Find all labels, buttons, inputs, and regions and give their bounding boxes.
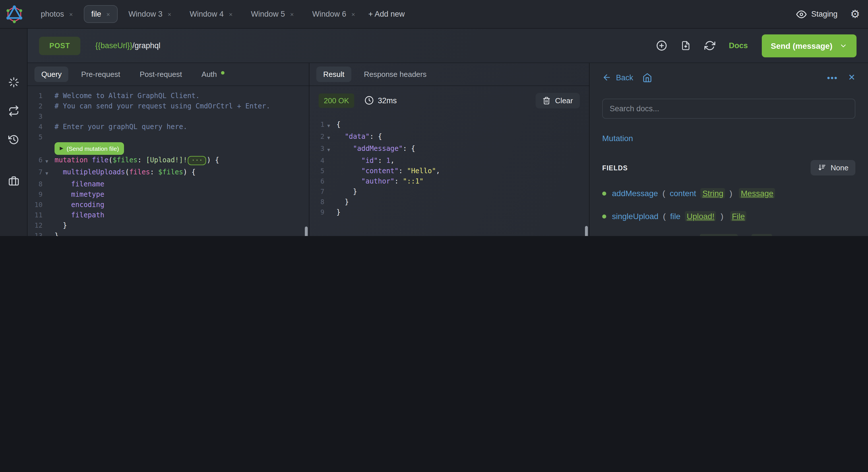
history-icon[interactable] <box>8 134 19 145</box>
code-line: 12 } <box>28 220 309 231</box>
field-bullet-icon <box>602 191 606 195</box>
arg-type-link[interactable]: String <box>701 188 725 198</box>
left-sidebar <box>0 29 28 236</box>
window-tab-window-4[interactable]: Window 4× <box>182 5 240 23</box>
window-tab-label: Window 6 <box>312 10 346 19</box>
query-vertical-scrollbar[interactable] <box>305 227 308 236</box>
fold-icon <box>324 176 333 187</box>
window-tab-window-3[interactable]: Window 3× <box>121 5 179 23</box>
refresh-icon[interactable] <box>704 40 715 51</box>
send-label: Send (message) <box>771 41 832 50</box>
add-plus-circle-icon[interactable] <box>656 40 667 51</box>
sort-fields-button[interactable]: None <box>811 160 856 175</box>
fold-icon[interactable]: ▼ <box>42 155 51 167</box>
code-line: 1▼{ <box>309 119 589 131</box>
clear-result-button[interactable]: Clear <box>536 93 580 108</box>
result-tab-result[interactable]: Result <box>316 67 351 82</box>
field-name-link[interactable]: addMessage <box>612 189 658 198</box>
fold-icon[interactable]: ▼ <box>42 167 51 179</box>
code-text: encoding <box>51 200 104 210</box>
query-tab-label: Query <box>41 70 62 78</box>
code-text: # You can send your request using CmdOrC… <box>51 101 270 111</box>
return-type-link[interactable]: File <box>730 211 747 222</box>
collections-briefcase-icon[interactable] <box>8 175 19 187</box>
docs-toggle-button[interactable]: Docs <box>729 41 748 50</box>
settings-gear-icon[interactable]: ⚙ <box>850 9 860 20</box>
result-json-viewer[interactable]: 1▼{2▼ "data": {3▼ "addMessage": {4 "id":… <box>309 115 589 236</box>
code-text: # Welcome to Altair GraphQL Client. <box>51 91 200 101</box>
fold-icon[interactable]: ▼ <box>324 119 333 131</box>
line-number: 10 <box>28 200 42 210</box>
window-tab-window-6[interactable]: Window 6× <box>305 5 363 23</box>
environment-selector[interactable]: Staging <box>796 9 838 19</box>
arg-type-link[interactable]: [Upload!]! <box>700 234 738 236</box>
close-tab-icon[interactable]: × <box>167 11 172 18</box>
docs-search-input[interactable] <box>602 99 856 119</box>
result-vertical-scrollbar[interactable] <box>585 226 588 236</box>
result-tab-response-headers[interactable]: Response headers <box>357 67 433 82</box>
url-input[interactable]: {{baseUrl}}/graphql <box>95 41 160 50</box>
return-type-link[interactable]: [File] <box>751 234 772 236</box>
code-text <box>51 111 55 122</box>
close-tab-icon[interactable]: × <box>351 11 355 18</box>
docs-more-button[interactable]: ••• <box>827 72 838 82</box>
query-tab-query[interactable]: Query <box>34 67 69 82</box>
field-name-link[interactable]: multipleUploads <box>612 235 669 236</box>
code-text: filepath <box>51 210 104 220</box>
window-tab-label: Window 4 <box>190 10 224 19</box>
window-tabs: photos×file×Window 3×Window 4×Window 5×W… <box>33 5 363 23</box>
close-tab-icon[interactable]: × <box>290 11 294 18</box>
code-line: 6 "author": "::1" <box>309 176 589 187</box>
code-text: mimetype <box>51 189 104 200</box>
fold-icon[interactable]: ▼ <box>324 131 333 143</box>
http-method-button[interactable]: POST <box>39 36 81 55</box>
close-tab-icon[interactable]: × <box>106 11 110 18</box>
line-number: 8 <box>309 197 324 207</box>
window-tab-bar: photos×file×Window 3×Window 4×Window 5×W… <box>0 0 868 29</box>
docs-back-button[interactable]: Back <box>602 73 633 82</box>
docs-home-icon[interactable] <box>642 72 652 82</box>
arg-type-link[interactable]: Upload! <box>685 211 716 222</box>
window-tab-window-5[interactable]: Window 5× <box>243 5 301 23</box>
code-text: } <box>51 231 59 236</box>
fold-icon <box>324 187 333 197</box>
window-tab-photos[interactable]: photos× <box>33 5 81 23</box>
query-editor[interactable]: 1# Welcome to Altair GraphQL Client.2# Y… <box>28 86 309 236</box>
request-bar: POST {{baseUrl}}/graphql Docs Send (mess… <box>28 29 868 63</box>
repeat-icon[interactable] <box>8 105 19 116</box>
send-mutation-button[interactable]: ▶(Send mutation file) <box>55 142 124 155</box>
code-line: 4# Enter your graphQL query here. <box>28 122 309 132</box>
environment-label: Staging <box>811 10 838 19</box>
url-variable: {{baseUrl}} <box>95 41 132 50</box>
eye-icon <box>796 9 807 19</box>
window-tab-file[interactable]: file× <box>84 5 117 23</box>
query-tab-pre-request[interactable]: Pre-request <box>74 67 127 82</box>
loader-icon[interactable] <box>8 77 19 88</box>
code-text: } <box>333 197 349 207</box>
fold-icon[interactable]: ▼ <box>324 143 333 156</box>
docs-field-list: addMessage ( content String ) Messagesin… <box>602 188 856 236</box>
docs-type-link[interactable]: Mutation <box>602 134 856 143</box>
close-tab-icon[interactable]: × <box>69 11 73 18</box>
code-line: 2# You can send your request using CmdOr… <box>28 101 309 111</box>
window-tab-label: Window 5 <box>251 10 285 19</box>
arg-name: files <box>681 235 698 236</box>
fold-icon <box>42 179 51 189</box>
arrow-left-icon <box>602 73 611 82</box>
result-tab-label: Response headers <box>364 70 427 78</box>
result-tab-label: Result <box>323 70 344 78</box>
send-request-button[interactable]: Send (message) <box>762 34 857 57</box>
docs-close-button[interactable]: ✕ <box>848 72 856 82</box>
arg-name: content <box>670 189 699 198</box>
add-new-window-button[interactable]: + Add new <box>368 10 405 19</box>
trash-icon <box>542 96 551 105</box>
query-tab-post-request[interactable]: Post-request <box>133 67 189 82</box>
query-tab-auth[interactable]: Auth <box>195 67 231 82</box>
code-line: 5 <box>28 132 309 142</box>
query-tab-label: Post-request <box>140 70 182 78</box>
return-type-link[interactable]: Message <box>739 188 775 198</box>
close-tab-icon[interactable]: × <box>229 11 232 18</box>
export-file-icon[interactable] <box>681 40 690 51</box>
field-name-link[interactable]: singleUpload <box>612 212 658 221</box>
collapsed-fragment-chip[interactable]: ··· <box>188 156 206 165</box>
